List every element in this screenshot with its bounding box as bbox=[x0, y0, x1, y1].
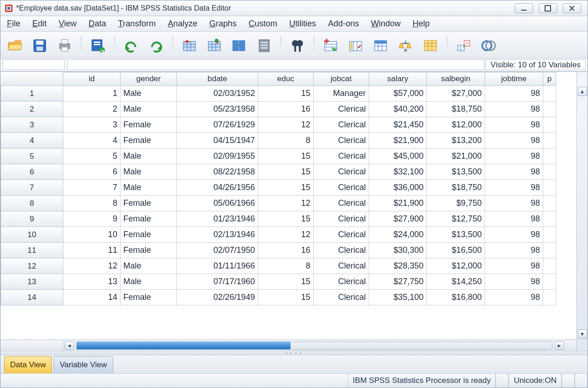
tab-variable-view[interactable]: Variable View bbox=[54, 356, 113, 373]
cell-p[interactable] bbox=[543, 274, 556, 290]
cell-educ[interactable]: 12 bbox=[258, 227, 314, 243]
column-header-bdate[interactable]: bdate bbox=[177, 72, 258, 86]
cell-p[interactable] bbox=[543, 180, 556, 196]
cell-bdate[interactable]: 01/11/1966 bbox=[177, 258, 258, 274]
cell-jobtime[interactable]: 98 bbox=[485, 196, 543, 211]
cell-jobcat[interactable]: Clerical bbox=[314, 149, 369, 164]
cell-id[interactable]: 13 bbox=[63, 274, 121, 290]
save-button[interactable] bbox=[29, 36, 50, 55]
cell-gender[interactable]: Female bbox=[121, 211, 177, 227]
data-grid[interactable]: idgenderbdateeducjobcatsalarysalbeginjob… bbox=[0, 72, 576, 351]
cell-salbegin[interactable]: $18,750 bbox=[427, 180, 485, 196]
close-button[interactable] bbox=[563, 3, 581, 13]
cell-id[interactable]: 11 bbox=[63, 243, 121, 258]
cell-jobtime[interactable]: 98 bbox=[485, 274, 543, 290]
cell-educ[interactable]: 15 bbox=[258, 180, 314, 196]
menu-view[interactable]: View bbox=[59, 19, 77, 29]
cell-value-box[interactable] bbox=[67, 60, 485, 70]
cell-salary[interactable]: $27,900 bbox=[369, 211, 427, 227]
cell-jobtime[interactable]: 98 bbox=[485, 164, 543, 180]
splitter-handle[interactable]: • • • • bbox=[0, 351, 588, 355]
cell-salbegin[interactable]: $12,750 bbox=[427, 211, 485, 227]
cell-gender[interactable]: Female bbox=[121, 133, 177, 149]
cell-jobcat[interactable]: Clerical bbox=[314, 101, 369, 117]
cell-p[interactable] bbox=[543, 164, 556, 180]
open-file-button[interactable] bbox=[4, 36, 25, 55]
cell-jobcat[interactable]: Clerical bbox=[314, 227, 369, 243]
cell-gender[interactable]: Female bbox=[121, 290, 177, 305]
cell-bdate[interactable]: 04/15/1947 bbox=[177, 133, 258, 149]
row-header[interactable]: 5 bbox=[0, 149, 63, 164]
find-button[interactable] bbox=[287, 36, 308, 55]
cell-educ[interactable]: 12 bbox=[258, 196, 314, 211]
row-header[interactable]: 7 bbox=[0, 180, 63, 196]
maximize-button[interactable] bbox=[539, 3, 557, 13]
cell-gender[interactable]: Male bbox=[121, 180, 177, 196]
cell-id[interactable]: 3 bbox=[63, 117, 121, 133]
cell-salbegin[interactable]: $13,500 bbox=[427, 227, 485, 243]
cell-p[interactable] bbox=[543, 227, 556, 243]
cell-id[interactable]: 9 bbox=[63, 211, 121, 227]
cell-bdate[interactable]: 07/26/1929 bbox=[177, 117, 258, 133]
cell-salbegin[interactable]: $16,800 bbox=[427, 290, 485, 305]
cell-gender[interactable]: Male bbox=[121, 86, 177, 101]
cell-jobtime[interactable]: 98 bbox=[485, 133, 543, 149]
redo-button[interactable] bbox=[145, 36, 167, 55]
corner-cell[interactable] bbox=[0, 72, 63, 86]
cell-bdate[interactable]: 01/23/1946 bbox=[177, 211, 258, 227]
cell-gender[interactable]: Male bbox=[121, 101, 177, 117]
row-header[interactable]: 4 bbox=[0, 133, 63, 149]
cell-jobcat[interactable]: Clerical bbox=[314, 211, 369, 227]
column-header-id[interactable]: id bbox=[63, 72, 121, 86]
cell-p[interactable] bbox=[543, 290, 556, 305]
weight-cases-button[interactable] bbox=[395, 36, 416, 55]
cell-salary[interactable]: $24,000 bbox=[369, 227, 427, 243]
menu-data[interactable]: Data bbox=[89, 19, 106, 29]
cell-salary[interactable]: $40,200 bbox=[369, 101, 427, 117]
cell-jobcat[interactable]: Clerical bbox=[314, 164, 369, 180]
cell-jobcat[interactable]: Clerical bbox=[314, 117, 369, 133]
cell-jobtime[interactable]: 98 bbox=[485, 101, 543, 117]
cell-educ[interactable]: 15 bbox=[258, 274, 314, 290]
cell-salary[interactable]: $21,450 bbox=[369, 117, 427, 133]
cell-bdate[interactable]: 02/03/1952 bbox=[177, 86, 258, 101]
menu-graphs[interactable]: Graphs bbox=[209, 19, 236, 29]
cell-p[interactable] bbox=[543, 86, 556, 101]
minimize-button[interactable] bbox=[515, 3, 533, 13]
cell-id[interactable]: 7 bbox=[63, 180, 121, 196]
cell-salbegin[interactable]: $12,000 bbox=[427, 117, 485, 133]
row-header[interactable]: 1 bbox=[0, 86, 63, 101]
cell-educ[interactable]: 16 bbox=[258, 243, 314, 258]
cell-salbegin[interactable]: $27,000 bbox=[427, 86, 485, 101]
menu-transform[interactable]: Transform bbox=[118, 19, 156, 29]
cell-id[interactable]: 1 bbox=[63, 86, 121, 101]
cell-p[interactable] bbox=[543, 101, 556, 117]
cell-p[interactable] bbox=[543, 133, 556, 149]
cell-jobcat[interactable]: Clerical bbox=[314, 133, 369, 149]
cell-p[interactable] bbox=[543, 211, 556, 227]
value-labels-button[interactable]: 1A bbox=[453, 36, 474, 55]
menu-help[interactable]: Help bbox=[412, 19, 430, 29]
cell-salbegin[interactable]: $12,000 bbox=[427, 258, 485, 274]
cell-jobcat[interactable]: Clerical bbox=[314, 180, 369, 196]
split-file-button[interactable] bbox=[370, 36, 391, 55]
select-cases-button[interactable] bbox=[420, 36, 441, 55]
cell-p[interactable] bbox=[543, 117, 556, 133]
variables-button[interactable] bbox=[229, 36, 250, 55]
row-header[interactable]: 14 bbox=[0, 290, 63, 305]
cell-salary[interactable]: $21,900 bbox=[369, 196, 427, 211]
cell-id[interactable]: 12 bbox=[63, 258, 121, 274]
cell-salbegin[interactable]: $14,250 bbox=[427, 274, 485, 290]
cell-p[interactable] bbox=[543, 243, 556, 258]
cell-salary[interactable]: $32,100 bbox=[369, 164, 427, 180]
cell-salary[interactable]: $27,750 bbox=[369, 274, 427, 290]
undo-button[interactable] bbox=[121, 36, 142, 55]
cell-gender[interactable]: Male bbox=[121, 149, 177, 164]
cell-bdate[interactable]: 07/17/1960 bbox=[177, 274, 258, 290]
menu-custom[interactable]: Custom bbox=[249, 19, 277, 29]
cell-bdate[interactable]: 02/13/1946 bbox=[177, 227, 258, 243]
cell-jobcat[interactable]: Clerical bbox=[314, 290, 369, 305]
cell-salary[interactable]: $28,350 bbox=[369, 258, 427, 274]
cell-gender[interactable]: Male bbox=[121, 274, 177, 290]
cell-salary[interactable]: $45,000 bbox=[369, 149, 427, 164]
